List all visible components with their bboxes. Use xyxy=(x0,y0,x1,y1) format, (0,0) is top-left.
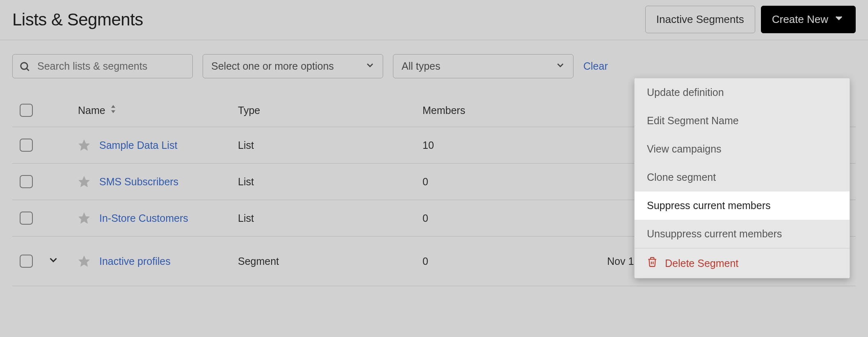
column-type: Type xyxy=(238,105,423,116)
chevron-down-icon xyxy=(365,60,375,73)
list-name-link[interactable]: In-Store Customers xyxy=(99,212,188,224)
delete-segment-label: Delete Segment xyxy=(665,257,738,269)
menu-item-label: View campaigns xyxy=(647,143,722,155)
type-cell: List xyxy=(238,212,423,224)
menu-item-label: Update definition xyxy=(647,87,724,98)
column-name-label: Name xyxy=(78,105,105,116)
members-cell: 10 xyxy=(423,139,607,151)
edit-segment-name-menu-item[interactable]: Edit Segment Name xyxy=(635,107,850,135)
members-cell: 0 xyxy=(423,255,607,267)
svg-marker-6 xyxy=(79,213,89,223)
star-icon[interactable] xyxy=(78,255,90,267)
svg-marker-5 xyxy=(79,177,89,187)
page-header: Lists & Segments Inactive Segments Creat… xyxy=(0,0,868,40)
svg-marker-4 xyxy=(79,140,89,150)
type-select[interactable]: All types xyxy=(393,54,573,78)
inactive-segments-label: Inactive Segments xyxy=(656,13,744,26)
list-name-link[interactable]: Sample Data List xyxy=(99,139,177,151)
sort-icon xyxy=(110,104,117,116)
star-icon[interactable] xyxy=(78,139,90,151)
star-icon[interactable] xyxy=(78,175,90,188)
clear-filters-link[interactable]: Clear xyxy=(583,60,608,72)
inactive-segments-button[interactable]: Inactive Segments xyxy=(645,6,755,33)
menu-item-label: Unsuppress current members xyxy=(647,228,782,240)
svg-marker-3 xyxy=(111,110,115,113)
svg-point-0 xyxy=(21,62,27,69)
members-cell: 0 xyxy=(423,212,607,224)
type-select-label: All types xyxy=(402,60,440,72)
svg-marker-2 xyxy=(111,105,115,108)
type-cell: List xyxy=(238,176,423,188)
segment-context-menu: Update definitionEdit Segment NameView c… xyxy=(634,78,850,278)
search-input[interactable] xyxy=(12,54,193,78)
chevron-down-icon xyxy=(555,60,566,73)
svg-line-1 xyxy=(27,68,29,71)
members-cell: 0 xyxy=(423,176,607,188)
view-campaigns-menu-item[interactable]: View campaigns xyxy=(635,135,850,163)
column-members: Members xyxy=(423,105,607,116)
delete-segment-menu-item[interactable]: Delete Segment xyxy=(635,248,850,278)
column-name[interactable]: Name xyxy=(78,104,238,116)
row-checkbox[interactable] xyxy=(20,212,33,225)
list-name-link[interactable]: Inactive profiles xyxy=(99,255,171,267)
unsuppress-current-members-menu-item[interactable]: Unsuppress current members xyxy=(635,220,850,248)
menu-item-label: Suppress current members xyxy=(647,200,771,212)
row-checkbox[interactable] xyxy=(20,255,33,268)
type-cell: List xyxy=(238,139,423,151)
menu-item-label: Edit Segment Name xyxy=(647,115,739,127)
select-all-checkbox[interactable] xyxy=(20,104,33,117)
chevron-down-icon xyxy=(833,12,845,27)
svg-marker-7 xyxy=(79,256,89,266)
type-cell: Segment xyxy=(238,255,423,267)
update-definition-menu-item[interactable]: Update definition xyxy=(635,78,850,107)
tags-select-label: Select one or more options xyxy=(211,60,334,72)
suppress-current-members-menu-item[interactable]: Suppress current members xyxy=(635,191,850,220)
create-new-label: Create New xyxy=(772,13,828,26)
create-new-button[interactable]: Create New xyxy=(761,6,856,33)
trash-icon xyxy=(647,257,658,270)
list-name-link[interactable]: SMS Subscribers xyxy=(99,176,178,188)
search-wrapper xyxy=(12,54,193,78)
tags-select[interactable]: Select one or more options xyxy=(203,54,383,78)
page-title: Lists & Segments xyxy=(12,10,143,30)
expand-chevron-icon[interactable] xyxy=(45,254,62,266)
clone-segment-menu-item[interactable]: Clone segment xyxy=(635,163,850,191)
star-icon[interactable] xyxy=(78,212,90,224)
menu-item-label: Clone segment xyxy=(647,171,716,183)
row-checkbox[interactable] xyxy=(20,139,33,152)
row-checkbox[interactable] xyxy=(20,175,33,188)
header-actions: Inactive Segments Create New xyxy=(645,6,856,33)
